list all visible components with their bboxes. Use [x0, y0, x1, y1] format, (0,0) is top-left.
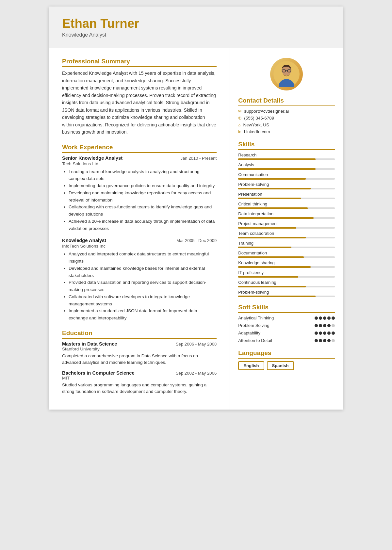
skill-name: Communication	[238, 172, 335, 177]
job-title: Knowledge Analyst	[62, 238, 106, 243]
skill-bar-bg	[238, 296, 335, 297]
education-container: Masters in Data ScienceSep 2006 - May 20…	[62, 341, 217, 395]
list-item: Developed and maintained knowledge bases…	[69, 265, 217, 279]
soft-skill-name: Adaptability	[238, 331, 260, 335]
skill-name: Documentation	[238, 251, 335, 255]
contact-item: ✆(555) 345-6789	[238, 116, 335, 121]
job-dates: Mar 2005 - Dec 2009	[176, 238, 217, 243]
skill-bar-fill	[238, 158, 316, 160]
contact-icon: in	[238, 130, 241, 134]
list-item: Developing and maintaining knowledge rep…	[69, 189, 217, 204]
skill-bar-bg	[238, 286, 335, 287]
edu-dates: Sep 2006 - May 2008	[176, 342, 217, 347]
dot-empty	[332, 339, 335, 342]
soft-skills-section: Soft Skills Analytical ThinkingProblem S…	[238, 304, 335, 343]
edu-entry: Masters in Data ScienceSep 2006 - May 20…	[62, 341, 217, 366]
soft-skills-container: Analytical ThinkingProblem SolvingAdapta…	[238, 315, 335, 343]
work-experience-section: Work Experience Senior Knowledge Analyst…	[62, 144, 217, 322]
skill-bar-fill	[238, 227, 296, 229]
language-badge: Spanish	[267, 361, 294, 370]
list-item: Collaborated with software developers to…	[69, 293, 217, 308]
dots-container	[315, 332, 335, 335]
skill-bar-fill	[238, 198, 301, 199]
dot-filled	[332, 316, 335, 320]
skill-item: IT proficiency	[238, 270, 335, 278]
skills-title: Skills	[238, 141, 335, 150]
education-title: Education	[62, 330, 217, 339]
edu-degree: Bachelors in Computer Science	[62, 370, 135, 376]
edu-dates: Sep 2002 - May 2006	[176, 371, 217, 376]
skill-name: Presentation	[238, 192, 335, 197]
list-item: Implementing data governance policies to…	[69, 182, 217, 189]
list-item: Collaborating with cross-functional team…	[69, 203, 217, 218]
contact-title: Contact Details	[238, 97, 335, 106]
skill-name: Project management	[238, 221, 335, 226]
skills-section: Skills ResearchAnalysisCommunicationProb…	[238, 141, 335, 297]
jobs-container: Senior Knowledge AnalystJan 2010 - Prese…	[62, 155, 217, 322]
skill-bar-fill	[238, 286, 306, 287]
job-entry: Knowledge AnalystMar 2005 - Dec 2009Info…	[62, 238, 217, 322]
skill-bar-fill	[238, 168, 316, 170]
work-experience-title: Work Experience	[62, 144, 217, 153]
skill-bar-bg	[238, 188, 335, 189]
job-company: InfoTech Solutions Inc	[62, 244, 217, 249]
skill-item: Team collaboration	[238, 231, 335, 238]
summary-section: Professional Summary Experienced Knowled…	[62, 58, 217, 136]
soft-skill-name: Problem Solving	[238, 323, 269, 328]
contact-value: LinkedIn.com	[244, 129, 270, 134]
skill-item: Project management	[238, 221, 335, 229]
right-column: Contact Details ✉support@cvdesigner.ai✆(…	[230, 48, 343, 410]
soft-skill-item: Problem Solving	[238, 323, 335, 328]
left-column: Professional Summary Experienced Knowled…	[49, 48, 230, 410]
skill-name: Continuous learning	[238, 280, 335, 285]
skill-bar-bg	[238, 217, 335, 219]
contact-icon: ⌂	[238, 123, 240, 127]
skill-bar-bg	[238, 198, 335, 199]
job-bullets: Leading a team of knowledge analysts in …	[62, 168, 217, 232]
soft-skill-item: Analytical Thinking	[238, 315, 335, 320]
contact-container: ✉support@cvdesigner.ai✆(555) 345-6789⌂Ne…	[238, 109, 335, 134]
dot-filled	[327, 316, 331, 320]
skill-bar-bg	[238, 227, 335, 229]
skill-bar-fill	[238, 178, 306, 180]
job-header: Knowledge AnalystMar 2005 - Dec 2009	[62, 238, 217, 243]
avatar	[270, 58, 303, 90]
avatar-illustration	[273, 61, 300, 87]
edu-entry: Bachelors in Computer ScienceSep 2002 - …	[62, 370, 217, 395]
skill-name: IT proficiency	[238, 270, 335, 275]
contact-value: (555) 345-6789	[244, 116, 274, 121]
dot-filled	[323, 332, 326, 335]
languages-section: Languages EnglishSpanish	[238, 349, 335, 370]
soft-skill-item: Attention to Detail	[238, 338, 335, 343]
edu-header: Masters in Data ScienceSep 2006 - May 20…	[62, 341, 217, 347]
edu-school: MIT	[62, 376, 217, 380]
skill-name: Analysis	[238, 162, 335, 167]
skill-bar-bg	[238, 237, 335, 238]
skill-item: Documentation	[238, 251, 335, 258]
contact-section: Contact Details ✉support@cvdesigner.ai✆(…	[238, 97, 335, 134]
soft-skills-title: Soft Skills	[238, 304, 335, 313]
job-header: Senior Knowledge AnalystJan 2010 - Prese…	[62, 155, 217, 161]
skill-bar-bg	[238, 266, 335, 268]
skill-item: Communication	[238, 172, 335, 180]
skill-item: Continuous learning	[238, 280, 335, 287]
dot-filled	[327, 324, 331, 327]
list-item: Achieved a 20% increase in data accuracy…	[69, 218, 217, 232]
skill-item: Data interpretation	[238, 211, 335, 219]
skill-bar-fill	[238, 188, 311, 189]
skill-bar-fill	[238, 296, 316, 297]
skill-name: Data interpretation	[238, 211, 335, 216]
skill-bar-fill	[238, 237, 306, 238]
dot-filled	[323, 339, 326, 342]
skill-bar-bg	[238, 158, 335, 160]
skill-name: Critical thinking	[238, 202, 335, 206]
dot-filled	[332, 332, 335, 335]
dot-empty	[332, 324, 335, 327]
soft-skill-item: Adaptability	[238, 331, 335, 335]
dot-filled	[319, 324, 322, 327]
dot-filled	[319, 339, 322, 342]
summary-text: Experienced Knowledge Analyst with 15 ye…	[62, 70, 217, 136]
dot-filled	[319, 316, 322, 320]
edu-degree: Masters in Data Science	[62, 341, 117, 347]
language-badge: English	[238, 361, 264, 370]
